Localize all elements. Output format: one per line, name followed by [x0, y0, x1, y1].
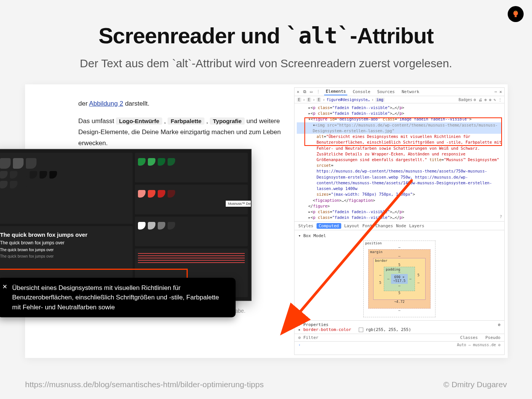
figure-link[interactable]: Abbildung 2: [89, 100, 123, 107]
tag-palette: Farbpalette: [168, 117, 204, 125]
tag-logo: Logo-Entwürfe: [116, 117, 162, 125]
slide-title: Screenreader und `alt`-Attribut: [0, 23, 532, 49]
dom-tree[interactable]: ▸<p class="fadein fadein--visible">…</p>…: [294, 103, 504, 221]
brand-logo: [508, 6, 524, 22]
devtools-tabs: ✕ ⧉ ▭ ⋮ Elements Console Sources Network…: [294, 88, 504, 96]
tab-sources[interactable]: Sources: [376, 89, 396, 95]
tag-typo: Typografie: [210, 117, 245, 125]
author-credit: © Dmitry Dugarev: [443, 380, 507, 389]
tab-layers[interactable]: Layers: [409, 223, 424, 228]
tab-font[interactable]: Font: [362, 223, 372, 228]
slide-subtitle: Der Text aus dem `alt`-Attribut wird von…: [0, 57, 532, 70]
tab-changes[interactable]: Changes: [375, 223, 393, 228]
device-icon[interactable]: ▭: [310, 89, 313, 94]
properties-section: ▾ Properties⊘ ▸ border-bottom-color rgb(…: [294, 321, 504, 334]
devtools-panel: ✕ ⧉ ▭ ⋮ Elements Console Sources Network…: [294, 87, 505, 355]
dock-icon[interactable]: ⧉: [303, 89, 306, 94]
hover-tooltip: Musnuss™ Designsystem: [226, 201, 252, 207]
screenreader-popup: ✕ Übersicht eines Designsystems mit visu…: [0, 278, 236, 318]
styles-tabs: Styles Computed Layout Font Changes Node…: [294, 221, 504, 230]
paragraph-1: der Abbildung 2 darstellt.: [78, 98, 283, 109]
tab-elements[interactable]: Elements: [324, 88, 347, 95]
figure-2: The quick brown fox jumps over The quick…: [0, 149, 252, 320]
close-icon[interactable]: ✕: [2, 282, 7, 291]
tab-layout[interactable]: Layout: [344, 223, 359, 228]
box-model-section: ▾ Box Model position – margin – border 5…: [294, 230, 504, 321]
paragraph-2: Das umfasst Logo-Entwürfe , Farbpalette …: [78, 116, 283, 149]
tab-styles[interactable]: Styles: [298, 223, 314, 228]
tab-network[interactable]: Network: [400, 89, 421, 95]
content-card: der Abbildung 2 darstellt. Das umfasst L…: [25, 84, 508, 358]
devtools-footer: › Auto — musnuss.de ⊘: [294, 342, 504, 348]
tab-computed[interactable]: Computed: [317, 223, 341, 229]
close-icon[interactable]: ✕: [297, 89, 299, 94]
filter-bar: ⊘ Filter Classes Pseudo: [294, 334, 504, 342]
tab-console[interactable]: Console: [351, 89, 372, 95]
tab-node[interactable]: Node: [396, 223, 406, 228]
devtools-breadcrumb: E›E›E› figure#designsyste…› img Badges ⚙…: [294, 96, 504, 103]
source-url: https://musnuss.de/blog/semantisches-htm…: [25, 380, 264, 389]
